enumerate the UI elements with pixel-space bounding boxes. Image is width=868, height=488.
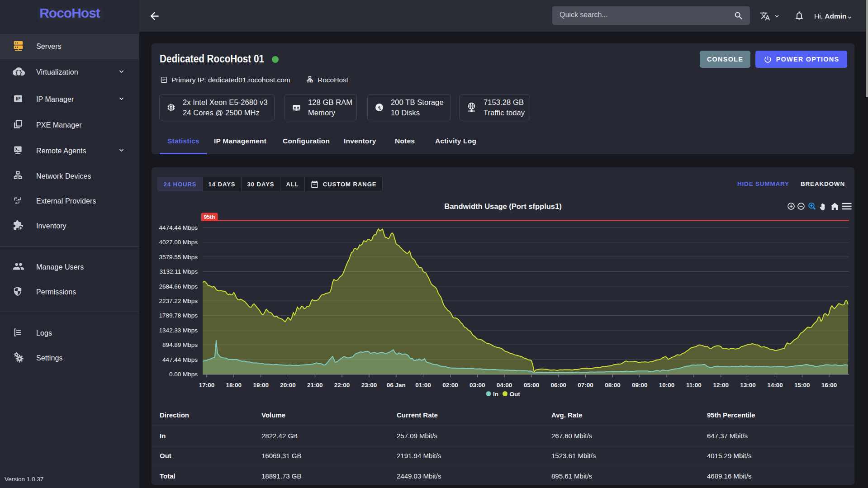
svg-text:20:00: 20:00 (280, 382, 296, 389)
svg-text:894.89 Mbps: 894.89 Mbps (162, 341, 198, 348)
svg-text:95th: 95th (204, 214, 215, 220)
svg-text:3132.11 Mbps: 3132.11 Mbps (159, 268, 198, 275)
svg-text:10:00: 10:00 (659, 382, 675, 389)
svg-text:01:00: 01:00 (415, 382, 431, 389)
svg-text:15:00: 15:00 (794, 382, 810, 389)
svg-text:2684.66 Mbps: 2684.66 Mbps (159, 283, 198, 290)
svg-text:{}: {} (15, 69, 22, 76)
svg-text:3579.55 Mbps: 3579.55 Mbps (159, 254, 198, 261)
svg-text:2237.22 Mbps: 2237.22 Mbps (159, 298, 198, 304)
svg-text:21:00: 21:00 (307, 382, 323, 389)
svg-text:09:00: 09:00 (632, 382, 648, 389)
svg-text:04:00: 04:00 (497, 382, 512, 389)
svg-text:19:00: 19:00 (253, 382, 269, 389)
svg-text:22:00: 22:00 (334, 382, 350, 389)
svg-text:05:00: 05:00 (524, 382, 540, 389)
svg-text:13:00: 13:00 (740, 382, 756, 389)
svg-text:08:00: 08:00 (605, 382, 621, 389)
svg-text:Out: Out (510, 391, 521, 398)
svg-text:0.00 Mbps: 0.00 Mbps (169, 371, 198, 378)
svg-text:447.44 Mbps: 447.44 Mbps (162, 356, 198, 363)
svg-text:06:00: 06:00 (551, 382, 567, 389)
svg-text:18:00: 18:00 (226, 382, 242, 389)
svg-text:IP: IP (162, 78, 166, 81)
svg-text:14:00: 14:00 (767, 382, 783, 389)
svg-text:03:00: 03:00 (470, 382, 485, 389)
svg-text:06 Jan: 06 Jan (387, 382, 406, 389)
svg-text:16:00: 16:00 (821, 382, 837, 389)
svg-text:23:00: 23:00 (361, 382, 377, 389)
svg-text:1789.78 Mbps: 1789.78 Mbps (159, 312, 198, 319)
svg-text:1342.33 Mbps: 1342.33 Mbps (159, 327, 198, 334)
svg-text:02:00: 02:00 (442, 382, 458, 389)
svg-text:17:00: 17:00 (199, 382, 215, 389)
svg-text:In: In (493, 391, 498, 398)
svg-text:11:00: 11:00 (686, 382, 702, 389)
svg-text:07:00: 07:00 (578, 382, 593, 389)
svg-text:12:00: 12:00 (713, 382, 729, 389)
svg-text:4474.44 Mbps: 4474.44 Mbps (159, 224, 198, 231)
svg-text:4027.00 Mbps: 4027.00 Mbps (159, 239, 198, 246)
svg-text:IP: IP (16, 96, 21, 101)
